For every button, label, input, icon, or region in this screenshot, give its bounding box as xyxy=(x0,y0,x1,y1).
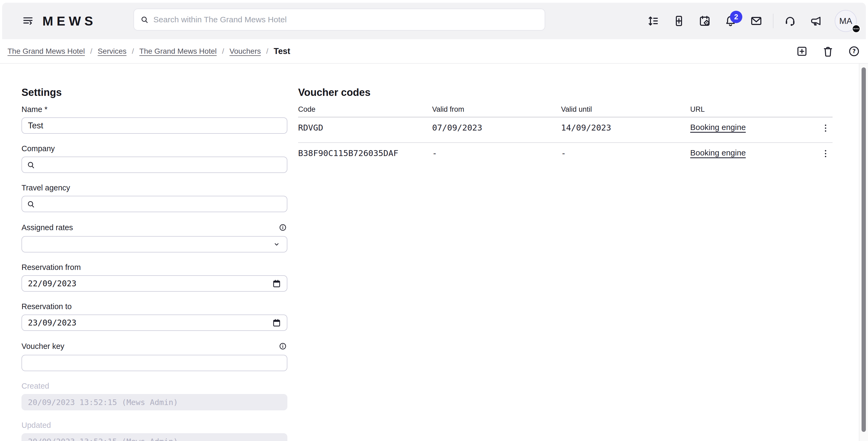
search-input[interactable] xyxy=(149,9,545,30)
vertical-scrollbar-track[interactable] xyxy=(859,64,868,441)
reservation-to-calendar-button[interactable] xyxy=(271,317,282,328)
trash-icon xyxy=(822,45,834,58)
global-search xyxy=(133,9,545,31)
booking-engine-link[interactable]: Booking engine xyxy=(690,123,746,132)
mews-avatar-badge: MEWS xyxy=(852,25,861,33)
created-value xyxy=(22,394,287,410)
reservation-from-input[interactable] xyxy=(22,275,287,292)
field-travel-agency: Travel agency xyxy=(22,184,287,212)
mail-icon xyxy=(750,14,763,27)
mews-logo[interactable]: MEWS xyxy=(42,14,96,29)
settings-section: Settings Name * Company Travel agency xyxy=(22,86,287,441)
cell-valid-until: 14/09/2023 xyxy=(561,123,690,132)
row-menu-button[interactable] xyxy=(820,147,832,161)
table-row: B38F90C115B726035DAF - - Booking engine xyxy=(298,143,833,168)
field-reservation-from: Reservation from xyxy=(22,263,287,292)
company-label: Company xyxy=(22,145,55,153)
assigned-rates-select[interactable] xyxy=(22,236,287,252)
voucher-key-info-button[interactable] xyxy=(278,342,287,351)
notification-badge: 2 xyxy=(730,11,742,23)
cell-code: RDVGD xyxy=(298,123,432,132)
field-assigned-rates: Assigned rates xyxy=(22,223,287,252)
top-bar: MEWS xyxy=(2,3,866,39)
add-voucher-button[interactable] xyxy=(796,45,808,58)
info-icon xyxy=(279,342,287,350)
notifications-button[interactable]: 2 xyxy=(723,14,738,28)
breadcrumb-current: Test xyxy=(274,46,290,56)
field-name: Name * xyxy=(22,105,287,134)
menu-icon xyxy=(22,15,34,27)
voucher-codes-section: Voucher codes Code Valid from Valid unti… xyxy=(298,86,833,441)
row-menu-button[interactable] xyxy=(820,121,832,135)
assigned-rates-label: Assigned rates xyxy=(22,223,73,231)
cell-valid-until: - xyxy=(561,148,690,158)
field-created: Created xyxy=(22,382,287,410)
settings-title: Settings xyxy=(22,86,287,99)
reservation-from-label: Reservation from xyxy=(22,263,81,271)
table-row: RDVGD 07/09/2023 14/09/2023 Booking engi… xyxy=(298,117,833,143)
column-header-valid-until: Valid until xyxy=(561,105,690,114)
assigned-rates-info-button[interactable] xyxy=(278,223,287,232)
travel-agency-label: Travel agency xyxy=(22,184,70,192)
cell-valid-from: - xyxy=(432,148,561,158)
column-header-code: Code xyxy=(298,105,432,114)
calendar-icon xyxy=(272,279,281,288)
add-reservation-button[interactable] xyxy=(672,14,686,28)
add-icon xyxy=(673,14,685,27)
messages-button[interactable] xyxy=(749,14,763,28)
svg-text:?: ? xyxy=(852,48,856,55)
kebab-menu-icon xyxy=(820,122,831,134)
delete-button[interactable] xyxy=(822,45,834,58)
action-log-button[interactable] xyxy=(646,14,660,28)
created-label: Created xyxy=(22,382,49,390)
field-updated: Updated xyxy=(22,421,287,441)
name-label: Name * xyxy=(22,105,48,113)
avatar-initials: MA xyxy=(839,16,852,26)
announcements-button[interactable] xyxy=(809,14,823,28)
calendar-icon xyxy=(272,318,281,328)
breadcrumb-link-services[interactable]: Services xyxy=(98,47,126,56)
help-icon: ? xyxy=(848,45,860,58)
table-header-row: Code Valid from Valid until URL xyxy=(298,105,833,117)
search-icon xyxy=(140,15,149,24)
availability-button[interactable] xyxy=(698,14,712,28)
cell-valid-from: 07/09/2023 xyxy=(432,123,561,132)
field-company: Company xyxy=(22,145,287,173)
breadcrumb-link-property-2[interactable]: The Grand Mews Hotel xyxy=(140,47,217,56)
sort-order-icon xyxy=(647,14,660,27)
updated-value xyxy=(22,433,287,441)
reservation-from-calendar-button[interactable] xyxy=(271,278,282,289)
voucher-key-input[interactable] xyxy=(22,355,287,371)
user-avatar[interactable]: MA MEWS xyxy=(835,10,857,32)
reservation-to-label: Reservation to xyxy=(22,303,72,311)
info-icon xyxy=(279,223,287,231)
reservation-to-input[interactable] xyxy=(22,315,287,331)
company-search-input[interactable] xyxy=(22,157,287,173)
column-header-valid-from: Valid from xyxy=(432,105,561,114)
breadcrumb: The Grand Mews Hotel / Services / The Gr… xyxy=(0,39,868,64)
topbar-divider xyxy=(773,14,773,28)
megaphone-icon xyxy=(809,14,823,27)
voucher-codes-title: Voucher codes xyxy=(298,86,833,99)
breadcrumb-separator: / xyxy=(222,47,224,56)
breadcrumb-link-property[interactable]: The Grand Mews Hotel xyxy=(7,47,85,56)
support-button[interactable] xyxy=(783,14,797,28)
field-voucher-key: Voucher key xyxy=(22,342,287,371)
vertical-scrollbar-thumb[interactable] xyxy=(862,67,866,432)
help-button[interactable]: ? xyxy=(847,45,861,58)
chevron-down-icon xyxy=(272,240,281,249)
updated-label: Updated xyxy=(22,421,51,429)
breadcrumb-separator: / xyxy=(90,47,92,56)
page-actions: ? xyxy=(796,45,861,58)
travel-agency-search-input[interactable] xyxy=(22,196,287,212)
name-input[interactable] xyxy=(22,117,287,134)
breadcrumb-link-vouchers[interactable]: Vouchers xyxy=(229,47,261,56)
breadcrumb-separator: / xyxy=(132,47,134,56)
main-menu-button[interactable] xyxy=(21,13,35,29)
topbar-actions: 2 MA MEWS xyxy=(646,3,857,39)
select-open-button[interactable] xyxy=(271,239,282,250)
plus-square-icon xyxy=(796,45,808,58)
field-reservation-to: Reservation to xyxy=(22,303,287,331)
booking-engine-link[interactable]: Booking engine xyxy=(690,148,746,157)
kebab-menu-icon xyxy=(820,147,831,160)
